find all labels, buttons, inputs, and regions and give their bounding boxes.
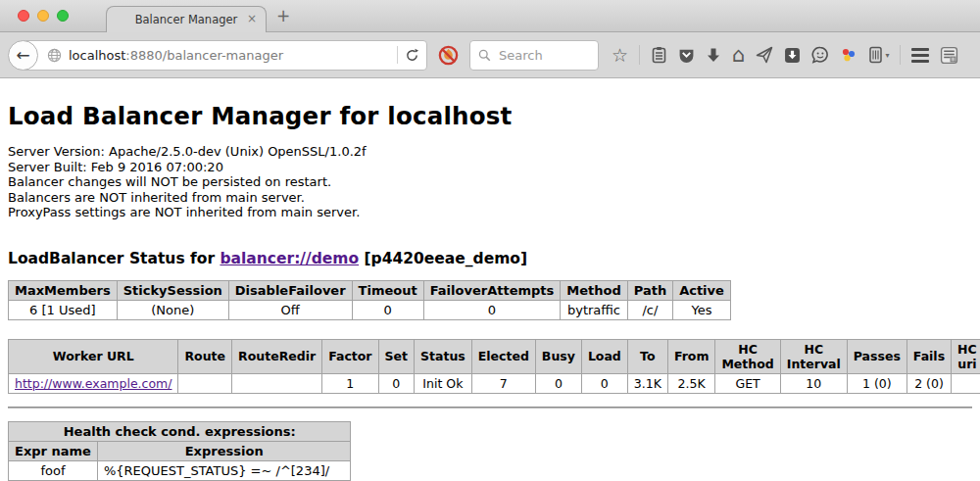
health-table-title: Health check cond. expressions: [9,421,351,441]
table-title-row: Health check cond. expressions: [9,421,351,441]
worker-table: Worker URL Route RouteRedir Factor Set S… [8,339,980,394]
send-plane-icon[interactable] [756,46,773,64]
table-row: 6 [1 Used] (None) Off 0 0 bytraffic /c/ … [9,300,731,319]
url-text[interactable]: localhost:8880/balancer-manager [69,48,283,63]
plugin-blocked-icon[interactable] [437,44,460,67]
table-row: foof %{REQUEST_STATUS} =~ /^[234]/ [9,460,351,480]
balancer-demo-link[interactable]: balancer://demo [220,250,359,267]
chat-smiley-icon[interactable] [811,46,829,64]
sidebar-panel-icon[interactable]: ▾ [868,46,889,64]
reload-icon[interactable] [405,48,419,63]
health-check-table: Health check cond. expressions: Expr nam… [8,421,351,481]
notice-line: Balancers are NOT inherited from main se… [8,190,972,206]
tab-title: Balancer Manager [135,13,238,26]
chevron-down-icon: ▾ [885,51,889,60]
search-input[interactable] [497,47,585,64]
reading-list-icon[interactable] [651,46,667,64]
table-header-row: MaxMembers StickySession DisableFailover… [9,280,731,300]
navigation-toolbar: ← localhost:8880/balancer-manager ☆ [0,32,980,78]
server-info-block: Server Version: Apache/2.5.0-dev (Unix) … [8,144,972,220]
tab-balancer-manager[interactable]: Balancer Manager × [106,6,267,32]
browser-titlebar: Balancer Manager × + [0,0,980,32]
worker-url-link[interactable]: http://www.example.com/ [15,376,172,391]
toolbar-divider-2 [900,45,901,65]
zoom-window-button[interactable] [57,10,69,22]
url-bar[interactable]: localhost:8880/balancer-manager [22,40,427,71]
toolbar-divider [639,45,640,65]
server-version-line: Server Version: Apache/2.5.0-dev (Unix) … [8,144,972,160]
colored-dots-addon-icon[interactable] [840,46,858,64]
close-window-button[interactable] [18,10,29,22]
notice-line: ProxyPass settings are NOT inherited fro… [8,205,972,220]
window-controls [18,10,69,22]
menu-hamburger-icon[interactable] [911,48,929,63]
server-built-line: Server Built: Feb 9 2016 07:00:20 [8,160,972,175]
urlbar-divider [397,46,398,64]
download-panel-icon[interactable] [784,47,801,64]
section-divider [8,407,972,409]
table-header-row: Worker URL Route RouteRedir Factor Set S… [9,339,980,373]
minimize-window-button[interactable] [37,10,49,22]
new-tab-button[interactable]: + [276,8,290,24]
notice-line: Balancer changes will NOT be persisted o… [8,174,972,190]
downloads-icon[interactable] [706,47,721,64]
search-icon [478,49,491,62]
search-bar[interactable] [469,40,599,71]
toolbar-icons: ☆ ⌂ ▾ [612,45,958,66]
page-title: Load Balancer Manager for localhost [8,102,972,130]
balancer-settings-table: MaxMembers StickySession DisableFailover… [8,280,731,320]
worker-row: http://www.example.com/ 1 0 Init Ok 7 0 … [9,373,980,393]
bookmark-star-icon[interactable]: ☆ [612,46,628,65]
tab-close-icon[interactable]: × [247,13,257,24]
globe-icon [47,48,62,63]
home-icon[interactable]: ⌂ [732,45,745,66]
balancer-status-heading: LoadBalancer Status for balancer://demo … [8,250,972,267]
extension-grid-icon[interactable] [940,46,958,65]
pocket-icon[interactable] [678,47,695,64]
table-header-row: Expr name Expression [9,441,351,460]
back-button[interactable]: ← [8,40,38,71]
back-arrow-icon: ← [16,45,29,65]
page-content: Load Balancer Manager for localhost Serv… [0,102,980,481]
